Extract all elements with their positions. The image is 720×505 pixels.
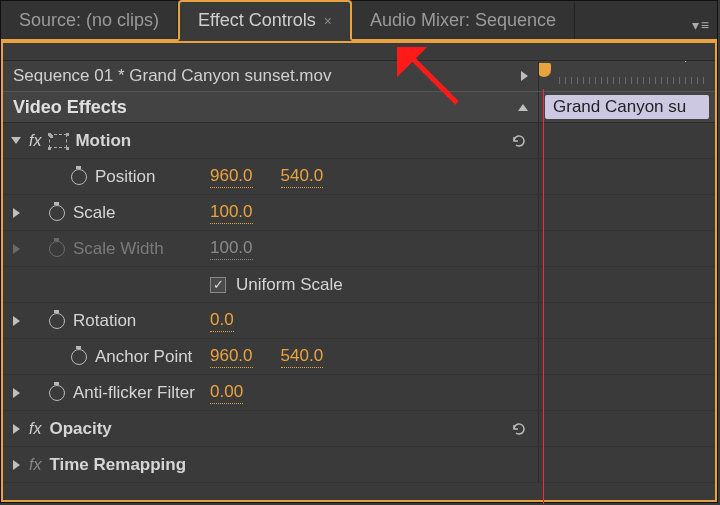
effect-name[interactable]: Time Remapping	[49, 455, 186, 475]
tab-effect-controls[interactable]: Effect Controls ×	[178, 0, 352, 41]
property-row-position: Position 960.0 540.0	[3, 159, 715, 195]
effect-row-motion: fx Motion	[3, 123, 715, 159]
effect-name[interactable]: Opacity	[49, 419, 111, 439]
property-name: Anti-flicker Filter	[73, 383, 195, 403]
video-effects-header[interactable]: Video Effects Grand Canyon su	[3, 91, 715, 123]
expand-icon[interactable]	[521, 71, 528, 81]
effect-controls-panel: Source: (no clips) Effect Controls × Aud…	[0, 0, 718, 503]
tab-source[interactable]: Source: (no clips)	[1, 2, 178, 39]
effect-name[interactable]: Motion	[75, 131, 131, 151]
value-anchor-y[interactable]: 540.0	[281, 346, 324, 368]
value-position-x[interactable]: 960.0	[210, 166, 253, 188]
spacer	[3, 43, 715, 61]
stopwatch-icon	[49, 241, 65, 257]
tab-audio-mixer[interactable]: Audio Mixer: Sequence	[352, 2, 575, 39]
reset-icon[interactable]	[511, 422, 529, 436]
value-anchor-x[interactable]: 960.0	[210, 346, 253, 368]
property-row-anchor-point: Anchor Point 960.0 540.0	[3, 339, 715, 375]
section-title: Video Effects	[13, 97, 127, 118]
disclosure-icon[interactable]	[11, 137, 21, 144]
property-name: Scale	[73, 203, 116, 223]
uniform-scale-checkbox[interactable]: ✓	[210, 277, 226, 293]
stopwatch-icon[interactable]	[71, 169, 87, 185]
panel-menu-button[interactable]: ▾ ≡	[684, 11, 717, 39]
property-row-scale: Scale 100.0	[3, 195, 715, 231]
timecode-label: 00;00	[664, 61, 707, 65]
sequence-header: Sequence 01 * Grand Canyon sunset.mov 00…	[3, 61, 715, 91]
close-icon[interactable]: ×	[324, 13, 332, 29]
stopwatch-icon[interactable]	[49, 313, 65, 329]
property-name: Position	[95, 167, 155, 187]
reset-icon[interactable]	[511, 134, 529, 148]
tab-label: Effect Controls	[198, 10, 316, 31]
property-row-rotation: Rotation 0.0	[3, 303, 715, 339]
tab-bar: Source: (no clips) Effect Controls × Aud…	[1, 1, 717, 41]
property-name: Scale Width	[73, 239, 164, 259]
disclosure-icon[interactable]	[13, 424, 20, 434]
disclosure-icon[interactable]	[13, 208, 20, 218]
effect-row-opacity: fx Opacity	[3, 411, 715, 447]
property-row-uniform-scale: ✓ Uniform Scale	[3, 267, 715, 303]
mini-timeline-ruler[interactable]: 00;00	[539, 61, 715, 91]
chevron-down-icon: ▾	[692, 17, 699, 33]
fx-badge-icon[interactable]: fx	[29, 456, 41, 474]
stopwatch-icon[interactable]	[49, 205, 65, 221]
property-rows: fx Motion	[3, 123, 715, 483]
sequence-path: Sequence 01 * Grand Canyon sunset.mov	[13, 66, 331, 86]
stopwatch-icon[interactable]	[71, 349, 87, 365]
playhead-line	[543, 89, 544, 504]
ruler-ticks	[559, 77, 715, 89]
stopwatch-icon[interactable]	[49, 385, 65, 401]
clip-label[interactable]: Grand Canyon su	[545, 95, 709, 119]
tab-label: Audio Mixer: Sequence	[370, 10, 556, 31]
property-name: Uniform Scale	[236, 275, 343, 295]
value-scale[interactable]: 100.0	[210, 202, 253, 224]
property-name: Rotation	[73, 311, 136, 331]
disclosure-icon[interactable]	[13, 460, 20, 470]
free-transform-icon[interactable]	[49, 134, 67, 148]
value-scale-width: 100.0	[210, 238, 253, 260]
fx-badge-icon[interactable]: fx	[29, 132, 41, 150]
tab-label: Source: (no clips)	[19, 10, 159, 31]
property-row-antiflicker: Anti-flicker Filter 0.00	[3, 375, 715, 411]
fx-badge-icon[interactable]: fx	[29, 420, 41, 438]
effect-row-time-remapping: fx Time Remapping	[3, 447, 715, 483]
property-row-scale-width: Scale Width 100.0	[3, 231, 715, 267]
menu-lines-icon: ≡	[701, 17, 709, 33]
disclosure-icon[interactable]	[13, 388, 20, 398]
value-antiflicker[interactable]: 0.00	[210, 382, 243, 404]
disclosure-icon[interactable]	[13, 316, 20, 326]
collapse-icon[interactable]	[518, 104, 528, 111]
panel-frame: Sequence 01 * Grand Canyon sunset.mov 00…	[1, 41, 717, 502]
value-position-y[interactable]: 540.0	[281, 166, 324, 188]
disclosure-icon[interactable]	[13, 244, 20, 254]
value-rotation[interactable]: 0.0	[210, 310, 234, 332]
property-name: Anchor Point	[95, 347, 192, 367]
